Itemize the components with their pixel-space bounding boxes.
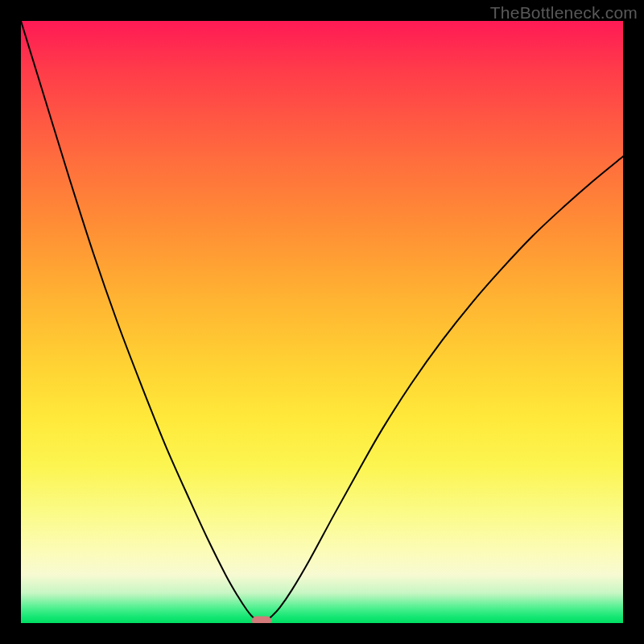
minimum-marker <box>252 617 271 624</box>
plot-area <box>21 21 623 623</box>
chart-container: TheBottleneck.com <box>0 0 644 644</box>
watermark-text: TheBottleneck.com <box>490 3 638 23</box>
gradient-background <box>21 21 623 623</box>
